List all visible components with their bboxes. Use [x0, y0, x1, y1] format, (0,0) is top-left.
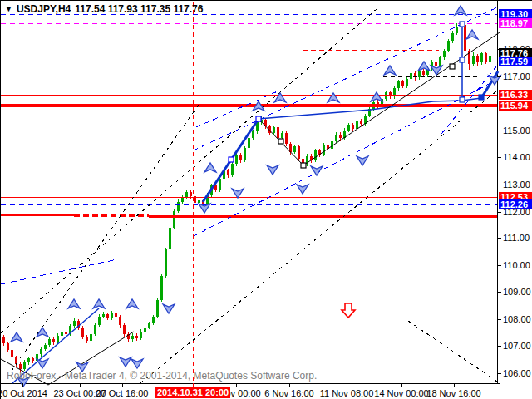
candle [169, 228, 171, 249]
candle [298, 146, 300, 159]
object-handle-square[interactable] [278, 139, 283, 144]
time-tick-label: 6 Nov 16:00 [264, 388, 313, 398]
mt4-chart-window: 118.00117.00115.00114.00113.00112.00111.… [0, 0, 532, 399]
symbol-timeframe-label: USDJPY,H4 [17, 3, 71, 15]
candle [144, 328, 146, 332]
fractal-up-arrow-icon [418, 62, 430, 71]
candle [73, 321, 76, 326]
candle [111, 313, 113, 318]
trend-channel-line[interactable] [408, 321, 497, 382]
price-tick-label: 107.00 [503, 341, 531, 351]
candle [393, 88, 396, 96]
candle [364, 116, 367, 124]
candle [131, 336, 134, 340]
candle [451, 33, 454, 42]
candle [397, 81, 400, 88]
price-tick-label: 111.00 [503, 233, 530, 243]
fractal-up-arrow-icon [371, 92, 382, 101]
fractal-down-arrow-icon [232, 189, 244, 198]
price-tick-label: 114.00 [503, 152, 530, 162]
object-handle-square[interactable] [229, 157, 234, 162]
time-tick-label: 20 Oct 2014 [1, 388, 47, 398]
fractal-down-arrow-icon [37, 359, 48, 368]
candle [102, 314, 105, 317]
chart-canvas[interactable]: 118.00117.00115.00114.00113.00112.00111.… [1, 1, 532, 399]
object-handle-square[interactable] [256, 116, 261, 121]
fractal-down-arrow-icon [131, 359, 143, 368]
highlight-time-label: 2014.10.31 20:00 [157, 387, 229, 397]
candle [281, 133, 283, 138]
object-handle-square[interactable] [460, 57, 465, 62]
candle [356, 121, 358, 129]
object-handle-square[interactable] [460, 22, 465, 27]
object-handle-square[interactable] [460, 97, 465, 102]
fractal-down-arrow-icon [311, 166, 323, 175]
candle [277, 127, 279, 138]
candle [347, 125, 350, 130]
candle [177, 202, 180, 211]
candle [472, 56, 475, 64]
fractal-up-arrow-icon [93, 299, 105, 308]
price-tick-label: 113.00 [503, 180, 530, 190]
trend-channel-line[interactable] [196, 91, 279, 127]
fractal-up-arrow-icon [466, 30, 478, 39]
object-handle-square[interactable] [479, 95, 484, 100]
fractal-down-arrow-icon [163, 304, 175, 313]
candle [435, 62, 437, 66]
fractal-down-arrow-icon [199, 204, 210, 213]
price-tick-label: 115.00 [503, 126, 530, 135]
trend-channel-line[interactable] [1, 259, 117, 284]
candle [489, 56, 491, 62]
candle [106, 314, 109, 318]
candle [227, 170, 229, 175]
symbol-dropdown-icon[interactable]: ▼ [5, 5, 12, 13]
candle [285, 133, 288, 144]
candle [181, 198, 184, 202]
trend-channel-line[interactable] [194, 7, 497, 150]
candle [447, 41, 450, 50]
candle [7, 343, 9, 350]
candle [401, 81, 404, 86]
candle [81, 328, 84, 337]
platform-watermark: RoboForex - MetaTrader 4, © 2001-2014, M… [7, 370, 317, 382]
ohlc-values-label: 117.54 117.93 117.35 117.76 [75, 3, 203, 15]
chart-title-line: ▼ USDJPY,H4 117.54 117.93 117.35 117.76 [5, 3, 203, 15]
candle [252, 131, 254, 138]
price-level-label: 117.59 [500, 57, 528, 66]
analysis-polyline[interactable] [259, 98, 481, 119]
price-tick-label: 110.00 [503, 260, 530, 270]
candle [156, 300, 159, 316]
candle [360, 121, 362, 123]
trend-channel-line[interactable] [1, 9, 377, 333]
candle [239, 155, 242, 160]
fractal-up-arrow-icon [11, 332, 22, 342]
candle [456, 27, 458, 33]
object-handle-square[interactable] [450, 64, 455, 69]
object-handle-square[interactable] [301, 163, 306, 168]
time-tick-label: 27 Oct 16:00 [96, 388, 149, 398]
time-tick-label: 11 Nov 08:00 [320, 388, 374, 398]
candle [323, 145, 325, 155]
candle [123, 325, 126, 334]
price-level-label: 118.97 [500, 18, 528, 28]
candle [173, 211, 175, 227]
candle [11, 350, 13, 357]
candle [52, 339, 55, 342]
candle [15, 357, 17, 363]
candle [61, 332, 63, 336]
fractal-down-arrow-icon [431, 66, 442, 75]
candle [248, 138, 250, 147]
fractal-up-arrow-icon [384, 66, 396, 75]
candle [422, 71, 425, 75]
fractal-up-arrow-icon [455, 6, 466, 15]
candle [160, 276, 163, 300]
candle [115, 313, 117, 317]
candle [443, 51, 446, 57]
candle [27, 358, 30, 362]
trend-channel-line[interactable] [140, 91, 497, 383]
candle [119, 317, 121, 325]
candle [65, 332, 67, 334]
fractal-down-arrow-icon [357, 156, 368, 165]
candle [32, 358, 34, 361]
price-tick-label: 108.00 [503, 314, 531, 324]
